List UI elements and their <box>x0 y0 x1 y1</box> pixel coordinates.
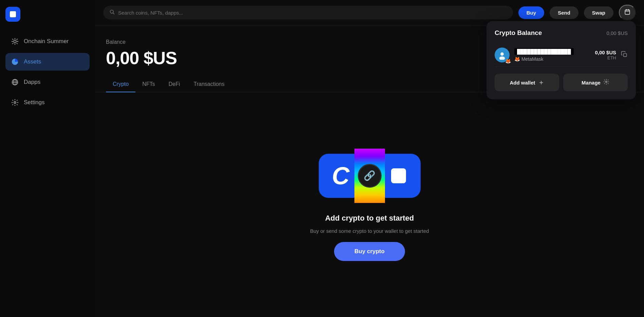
plus-icon: ＋ <box>538 78 544 87</box>
stop-square-icon <box>391 168 406 183</box>
link-circle: 🔗 <box>358 164 382 188</box>
tab-nfts[interactable]: NFTs <box>135 76 162 92</box>
dropdown-title: Crypto Balance <box>495 29 542 37</box>
crypto-icons-graphic: C 🔗 <box>319 149 421 203</box>
wallet-usd-balance: 0,00 $US <box>595 50 616 55</box>
dropdown-actions: Add wallet ＋ Manage <box>495 74 628 91</box>
manage-button[interactable]: Manage <box>563 74 628 91</box>
wallet-eth-balance: ETH <box>595 55 616 60</box>
copy-icon[interactable] <box>621 51 628 59</box>
search-input[interactable] <box>118 10 507 16</box>
manage-label: Manage <box>582 80 601 86</box>
sidebar-item-dapps-label: Dapps <box>24 79 40 86</box>
empty-state-subtitle: Buy or send some crypto to your wallet t… <box>310 228 429 234</box>
svg-line-14 <box>113 13 114 14</box>
wallet-balance: 0,00 $US ETH <box>595 50 616 60</box>
dapps-icon <box>11 78 19 86</box>
buy-button[interactable]: Buy <box>518 6 544 19</box>
gear-icon <box>603 79 609 87</box>
wallet-info: ████████████████ 🦊 MetaMask <box>514 48 590 62</box>
search-icon <box>109 9 115 16</box>
dropdown-header: Crypto Balance 0,00 $US <box>495 29 628 37</box>
sidebar-item-assets[interactable]: Assets <box>5 53 90 71</box>
search-bar[interactable] <box>103 6 513 19</box>
svg-line-5 <box>13 39 13 40</box>
svg-line-7 <box>17 39 17 40</box>
sidebar-item-settings[interactable]: Settings <box>5 94 90 111</box>
send-button[interactable]: Send <box>550 6 578 19</box>
metamask-badge: 🦊 <box>505 58 511 64</box>
wallet-name: 🦊 MetaMask <box>514 56 590 62</box>
sidebar-item-dapps[interactable]: Dapps <box>5 73 90 91</box>
settings-icon <box>11 98 19 107</box>
link-icon: 🔗 <box>364 170 375 181</box>
svg-point-23 <box>606 81 607 82</box>
empty-state-title: Add crypto to get started <box>325 214 414 223</box>
wallet-address: ████████████████ <box>514 48 574 55</box>
wallet-row: 🦊 ████████████████ 🦊 MetaMask 0,00 $US E… <box>495 43 628 67</box>
sidebar-item-onchain-summer[interactable]: Onchain Summer <box>5 33 90 50</box>
sidebar-item-settings-label: Settings <box>24 99 44 106</box>
wallet-avatar: 🦊 <box>495 48 510 62</box>
svg-point-0 <box>14 40 16 42</box>
empty-state: C 🔗 Add crypto to get started Buy or sen… <box>95 92 644 317</box>
center-graphic: 🔗 <box>351 149 388 203</box>
app-logo[interactable] <box>5 7 20 22</box>
sun-icon <box>11 37 19 45</box>
svg-line-8 <box>13 43 13 44</box>
add-wallet-label: Add wallet <box>510 80 535 86</box>
svg-point-12 <box>14 101 16 104</box>
buy-crypto-button[interactable]: Buy crypto <box>334 242 405 261</box>
svg-rect-15 <box>625 10 630 15</box>
pie-icon <box>11 58 19 66</box>
tab-transactions[interactable]: Transactions <box>187 76 231 92</box>
logo-square-icon <box>10 11 16 17</box>
main-content: Buy Send Swap Balance 0,00 $US Crypto NF… <box>95 0 644 317</box>
tab-defi[interactable]: DeFi <box>162 76 187 92</box>
svg-line-6 <box>17 43 17 44</box>
crypto-balance-dropdown: Crypto Balance 0,00 $US 🦊 ██████████████… <box>486 21 636 99</box>
sidebar: Onchain Summer Assets Dapps Sett <box>0 0 95 317</box>
calendar-button[interactable] <box>619 5 636 20</box>
svg-rect-22 <box>624 53 627 56</box>
add-wallet-button[interactable]: Add wallet ＋ <box>495 74 559 91</box>
tab-crypto[interactable]: Crypto <box>106 76 135 92</box>
dropdown-balance-amount: 0,00 $US <box>606 30 628 36</box>
sidebar-item-assets-label: Assets <box>24 58 41 65</box>
swap-button[interactable]: Swap <box>584 6 613 19</box>
svg-point-20 <box>500 52 504 56</box>
sidebar-item-onchain-label: Onchain Summer <box>24 38 69 45</box>
